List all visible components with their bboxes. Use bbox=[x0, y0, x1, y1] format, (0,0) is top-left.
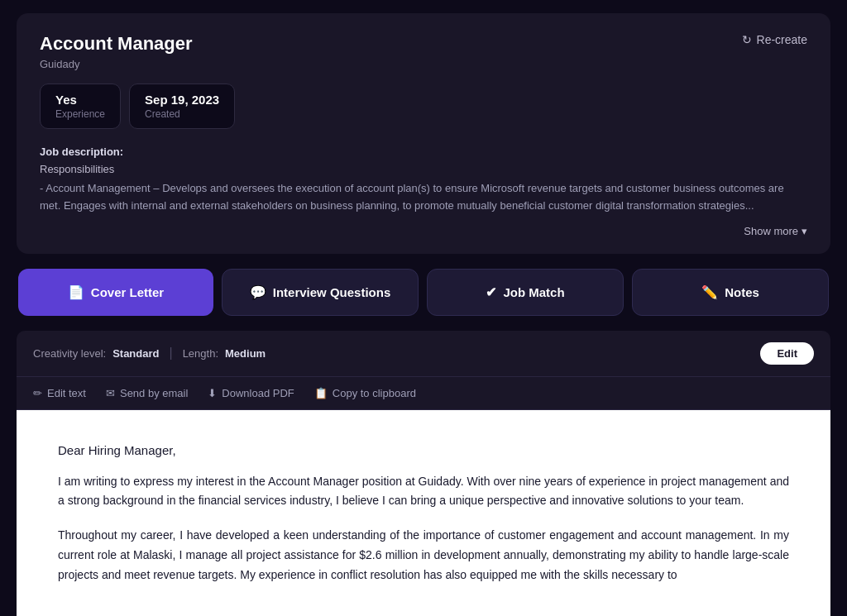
edit-text-button[interactable]: ✏ Edit text bbox=[33, 387, 86, 399]
company-name: Guidady bbox=[40, 58, 807, 70]
re-create-label: Re-create bbox=[757, 33, 807, 46]
settings-separator: | bbox=[169, 346, 172, 361]
letter-paragraph-1: I am writing to express my interest in t… bbox=[58, 472, 789, 512]
interview-questions-label: Interview Questions bbox=[273, 285, 391, 299]
job-match-button[interactable]: ✔ Job Match bbox=[427, 269, 624, 316]
letter-content: Dear Hiring Manager, I am writing to exp… bbox=[17, 410, 830, 616]
copy-to-clipboard-button[interactable]: 📋 Copy to clipboard bbox=[314, 387, 416, 399]
toolbar: ✏ Edit text ✉ Send by email ⬇ Download P… bbox=[17, 377, 830, 410]
letter-salutation: Dear Hiring Manager, bbox=[58, 443, 789, 457]
cover-letter-icon: 📄 bbox=[68, 284, 84, 300]
send-by-email-label: Send by email bbox=[120, 387, 188, 399]
job-match-label: Job Match bbox=[503, 285, 564, 299]
creativity-value: Standard bbox=[112, 347, 159, 360]
cover-letter-label: Cover Letter bbox=[91, 285, 164, 299]
created-value: Sep 19, 2023 bbox=[145, 93, 219, 107]
show-more-row: Show more ▾ bbox=[40, 225, 807, 237]
notes-button[interactable]: ✏️ Notes bbox=[632, 269, 829, 316]
length-label: Length: bbox=[183, 347, 218, 360]
download-pdf-label: Download PDF bbox=[222, 387, 294, 399]
email-icon: ✉ bbox=[106, 387, 115, 399]
interview-questions-button[interactable]: 💬 Interview Questions bbox=[222, 269, 419, 316]
letter-paragraph-2: Throughout my career, I have developed a… bbox=[58, 526, 789, 585]
created-badge: Sep 19, 2023 Created bbox=[129, 84, 235, 129]
creativity-label: Creativity level: bbox=[33, 347, 106, 360]
job-card: Account Manager ↻ Re-create Guidady Yes … bbox=[17, 13, 830, 254]
job-title: Account Manager bbox=[40, 33, 193, 55]
download-icon: ⬇ bbox=[208, 387, 217, 399]
job-card-header: Account Manager ↻ Re-create bbox=[40, 33, 807, 55]
main-container: Account Manager ↻ Re-create Guidady Yes … bbox=[0, 0, 847, 616]
show-more-label: Show more bbox=[744, 225, 798, 237]
meta-badges: Yes Experience Sep 19, 2023 Created bbox=[40, 84, 807, 129]
job-description-label: Job description: bbox=[40, 146, 807, 158]
show-more-button[interactable]: Show more ▾ bbox=[744, 225, 807, 237]
action-buttons-row: 📄 Cover Letter 💬 Interview Questions ✔ J… bbox=[17, 269, 830, 316]
re-create-icon: ↻ bbox=[742, 33, 752, 46]
cover-letter-button[interactable]: 📄 Cover Letter bbox=[18, 269, 213, 316]
re-create-button[interactable]: ↻ Re-create bbox=[742, 33, 807, 46]
copy-to-clipboard-label: Copy to clipboard bbox=[333, 387, 416, 399]
settings-bar: Creativity level: Standard | Length: Med… bbox=[17, 331, 830, 377]
edit-text-label: Edit text bbox=[47, 387, 86, 399]
edit-button[interactable]: Edit bbox=[760, 342, 814, 365]
length-value: Medium bbox=[225, 347, 266, 360]
clipboard-icon: 📋 bbox=[314, 387, 328, 399]
notes-label: Notes bbox=[725, 285, 759, 299]
interview-questions-icon: 💬 bbox=[250, 284, 266, 300]
notes-icon: ✏️ bbox=[701, 284, 718, 300]
download-pdf-button[interactable]: ⬇ Download PDF bbox=[208, 387, 294, 399]
chevron-down-icon: ▾ bbox=[802, 225, 807, 237]
experience-label: Experience bbox=[55, 108, 105, 120]
edit-text-icon: ✏ bbox=[33, 387, 42, 399]
job-description-text: - Account Management – Develops and over… bbox=[40, 180, 807, 215]
experience-value: Yes bbox=[55, 93, 105, 107]
job-description-section-label: Responsibilities bbox=[40, 163, 807, 175]
job-match-icon: ✔ bbox=[486, 284, 496, 300]
experience-badge: Yes Experience bbox=[40, 84, 121, 129]
created-label: Created bbox=[145, 108, 219, 120]
send-by-email-button[interactable]: ✉ Send by email bbox=[106, 387, 188, 399]
